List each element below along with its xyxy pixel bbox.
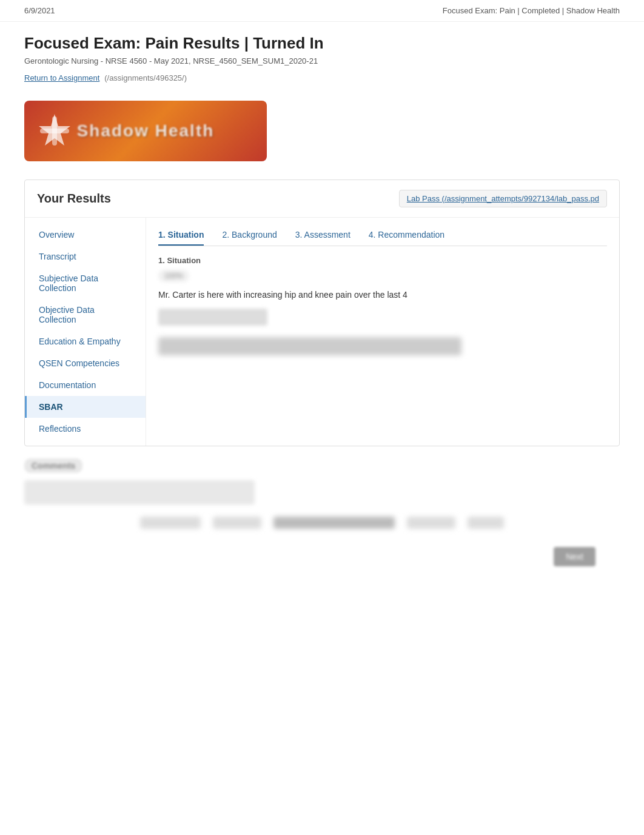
score-badge: 100% — [158, 270, 189, 282]
footer-item-2 — [213, 517, 261, 529]
sbar-tab-background[interactable]: 2. Background — [222, 230, 277, 246]
content-layout: Overview Transcript Subjective Data Coll… — [25, 218, 619, 446]
return-link-path: (/assignments/496325/) — [104, 73, 187, 82]
footer-item-center — [273, 517, 395, 529]
situation-text: Mr. Carter is here with increasing hip a… — [158, 288, 607, 301]
footer-item-3 — [407, 517, 455, 529]
logo-banner: Shadow Health — [24, 101, 267, 161]
sbar-tab-situation[interactable]: 1. Situation — [158, 230, 204, 246]
sbar-content: 1. Situation 2. Background 3. Assessment… — [146, 218, 619, 446]
sidebar-item-subjective[interactable]: Subjective Data Collection — [25, 267, 146, 299]
return-to-assignment-link[interactable]: Return to Assignment — [24, 73, 99, 82]
results-header: Your Results Lab Pass (/assignment_attem… — [25, 180, 619, 218]
date-label: 6/9/2021 — [24, 6, 55, 15]
comment-section: Comments — [24, 458, 620, 505]
sidebar: Overview Transcript Subjective Data Coll… — [25, 218, 146, 446]
sidebar-item-reflections[interactable]: Reflections — [25, 418, 146, 440]
sidebar-item-sbar[interactable]: SBAR — [25, 396, 146, 418]
sbar-tabs: 1. Situation 2. Background 3. Assessment… — [158, 230, 607, 246]
sidebar-item-documentation[interactable]: Documentation — [25, 374, 146, 396]
page-subtitle: Gerontologic Nursing - NRSE 4560 - May 2… — [24, 56, 620, 65]
sidebar-item-education[interactable]: Education & Empathy — [25, 330, 146, 352]
blurred-content-block — [158, 337, 461, 355]
page-title: Focused Exam: Pain Results | Turned In — [24, 34, 620, 53]
situation-input-blurred — [158, 309, 267, 326]
sidebar-item-overview[interactable]: Overview — [25, 224, 146, 246]
footer-item-4 — [468, 517, 504, 529]
lab-pass-link[interactable]: Lab Pass (/assignment_attempts/9927134/l… — [399, 190, 607, 207]
top-bar: 6/9/2021 Focused Exam: Pain | Completed … — [0, 0, 644, 22]
results-title: Your Results — [37, 192, 111, 206]
shadow-health-icon — [36, 113, 73, 149]
sbar-tab-assessment[interactable]: 3. Assessment — [295, 230, 351, 246]
svg-rect-2 — [40, 129, 69, 133]
comment-label: Comments — [24, 458, 82, 473]
next-button[interactable]: Next — [554, 547, 595, 566]
sbar-tab-recommendation[interactable]: 4. Recommendation — [369, 230, 444, 246]
footer-actions: Next — [0, 535, 644, 559]
page-context-title: Focused Exam: Pain | Completed | Shadow … — [443, 6, 620, 15]
logo-section: Shadow Health — [0, 89, 644, 173]
footer-content — [24, 517, 620, 529]
footer-item-1 — [140, 517, 201, 529]
comment-box — [24, 480, 255, 505]
sidebar-item-qsen[interactable]: QSEN Competencies — [25, 352, 146, 374]
sidebar-item-transcript[interactable]: Transcript — [25, 246, 146, 267]
logo-text: Shadow Health — [77, 121, 215, 141]
active-section-label: 1. Situation — [158, 256, 607, 265]
sidebar-item-objective[interactable]: Objective Data Collection — [25, 299, 146, 330]
main-container: Your Results Lab Pass (/assignment_attem… — [24, 179, 620, 446]
page-header: Focused Exam: Pain Results | Turned In G… — [0, 22, 644, 89]
